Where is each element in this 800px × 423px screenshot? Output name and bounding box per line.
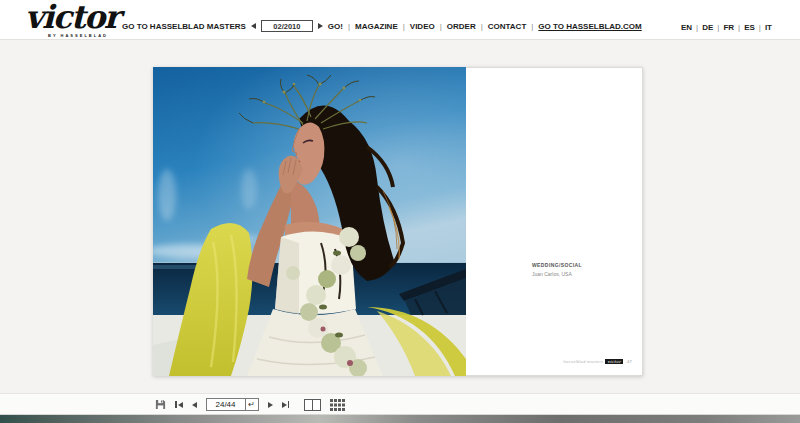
nav-order[interactable]: ORDER <box>447 22 476 31</box>
two-page-view-icon <box>304 399 321 411</box>
save-icon <box>155 399 166 410</box>
lang-es[interactable]: ES <box>744 23 755 32</box>
photo-category: WEDDING/SOCIAL <box>532 262 582 268</box>
first-page-icon-triangle <box>178 402 183 408</box>
magazine-viewer: WEDDING/SOCIAL Juan Carlos, USA hasselbl… <box>0 41 800 393</box>
go-to-page-button[interactable]: ↵ <box>245 399 258 410</box>
last-page-icon-bar <box>288 401 290 408</box>
nav-magazine[interactable]: MAGAZINE <box>355 22 398 31</box>
viewer-toolbar: 24/44 ↵ <box>0 393 800 415</box>
lang-en[interactable]: EN <box>681 23 692 32</box>
nav-separator: | <box>348 22 350 31</box>
prev-issue-icon[interactable] <box>251 23 256 29</box>
lang-separator: | <box>717 23 719 32</box>
magazine-text-page: WEDDING/SOCIAL Juan Carlos, USA hasselbl… <box>466 67 643 376</box>
last-page-icon <box>282 402 287 408</box>
nav-separator: | <box>531 22 533 31</box>
header: victor BY HASSELBLAD GO TO HASSELBLAD MA… <box>0 0 800 40</box>
victor-logo-subtitle: BY HASSELBLAD <box>48 33 108 38</box>
thumbnail-view-button[interactable] <box>330 399 345 411</box>
footer-text: hasselblad masters <box>564 359 604 364</box>
page-indicator: 24/44 ↵ <box>206 398 259 411</box>
victor-logo[interactable]: victor <box>25 0 119 34</box>
next-page-icon <box>268 402 273 408</box>
next-page-button[interactable] <box>268 399 273 411</box>
language-switcher: EN | DE | FR | ES | IT <box>681 23 772 32</box>
nav-separator: | <box>403 22 405 31</box>
footer-victor-logo: victor <box>605 359 623 364</box>
lang-de[interactable]: DE <box>702 23 713 32</box>
lang-it[interactable]: IT <box>765 23 772 32</box>
main-nav: GO TO HASSELBLAD MASTERS 02/2010 GO! | M… <box>122 20 642 32</box>
previous-page-button[interactable] <box>192 399 197 411</box>
lang-fr[interactable]: FR <box>723 23 734 32</box>
nav-separator: | <box>440 22 442 31</box>
go-button[interactable]: GO! <box>328 22 343 31</box>
window-bottom-edge <box>0 415 800 423</box>
magazine-photo-page <box>153 67 466 376</box>
issue-selector[interactable]: 02/2010 <box>261 20 313 32</box>
page-indicator-input[interactable]: 24/44 <box>207 400 245 409</box>
last-page-button[interactable] <box>282 399 290 411</box>
photo-credit: Juan Carlos, USA <box>532 271 572 277</box>
bride-photo <box>153 67 466 376</box>
page-footer: hasselblad masters victor 47 <box>564 359 632 364</box>
lang-separator: | <box>738 23 740 32</box>
magazine-spread: WEDDING/SOCIAL Juan Carlos, USA hasselbl… <box>153 67 643 376</box>
masters-label: GO TO HASSELBLAD MASTERS <box>122 22 246 31</box>
footer-page-number: 47 <box>627 359 632 364</box>
first-page-icon <box>175 401 177 408</box>
nav-video[interactable]: VIDEO <box>410 22 435 31</box>
nav-separator: | <box>481 22 483 31</box>
lang-separator: | <box>759 23 761 32</box>
nav-contact[interactable]: CONTACT <box>488 22 527 31</box>
nav-hasselblad-com[interactable]: GO TO HASSELBLAD.COM <box>538 22 641 31</box>
two-page-view-button[interactable] <box>304 399 321 411</box>
next-issue-icon[interactable] <box>318 23 323 29</box>
previous-page-icon <box>192 402 197 408</box>
lang-separator: | <box>696 23 698 32</box>
save-button[interactable] <box>155 399 166 411</box>
first-page-button[interactable] <box>175 399 183 411</box>
thumbnail-view-icon <box>330 399 345 411</box>
